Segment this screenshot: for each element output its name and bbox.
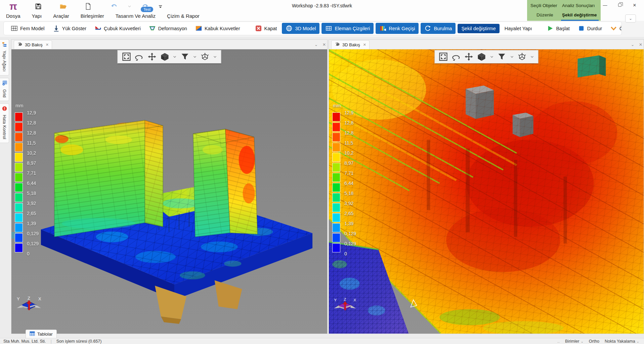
tab-sekil-degistirme[interactable]: Şekil değiştirme xyxy=(562,12,597,17)
pane-close-icon[interactable]: ✕ xyxy=(323,42,326,47)
tab-secili-objeler[interactable]: Seçili Objeler xyxy=(530,3,557,8)
hayalet-yapi-button[interactable]: Hayalet Yapı xyxy=(501,24,536,33)
units-dropdown[interactable]: Birimler⌄ xyxy=(565,339,584,344)
orbit-icon[interactable] xyxy=(135,52,144,61)
toolbar-button-label: Durdur xyxy=(587,26,602,31)
tab-3d-bakis[interactable]: 3D Bakış ✕ xyxy=(331,40,370,49)
legend-label: 6,44 xyxy=(27,181,36,186)
eleman-cizgileri-button[interactable]: Eleman Çizgileri xyxy=(321,23,374,34)
left-3d-scene[interactable] xyxy=(11,49,327,334)
menu-yapi[interactable]: Yapı xyxy=(31,12,43,19)
durdur-button[interactable]: Durdur xyxy=(574,23,606,34)
menu-tasarim-ve-analiz[interactable]: Tasarım Ve Analiz xyxy=(115,12,156,19)
view-cube-icon[interactable] xyxy=(477,52,486,61)
chevron-down-icon[interactable] xyxy=(510,54,514,60)
legend-label: 12,8 xyxy=(27,120,36,126)
close-button[interactable]: ✕ xyxy=(627,0,642,10)
fit-view-icon[interactable] xyxy=(122,52,131,61)
undo-icon[interactable] xyxy=(111,3,118,10)
baslat-button[interactable]: Başlat xyxy=(543,23,573,34)
renk-gecisi-button[interactable]: Renk Geçişi xyxy=(376,23,419,34)
globe-icon xyxy=(286,25,293,32)
3d-model-button[interactable]: 3D Model xyxy=(282,23,319,34)
new-document-icon[interactable] xyxy=(84,3,92,10)
yuk-goster-button[interactable]: Yük Göster xyxy=(49,23,90,34)
structure-tree-icon xyxy=(2,42,7,48)
menu-araclar[interactable]: Araçlar xyxy=(52,12,70,19)
chevron-down-icon[interactable] xyxy=(530,54,534,60)
toolbar-button-label: Ölü Yük xyxy=(619,26,622,31)
minimize-button[interactable]: — xyxy=(598,0,612,10)
pane-dropdown-chevron-icon[interactable]: ⌄ xyxy=(314,42,318,47)
menu-cizim-rapor[interactable]: Çizim & Rapor xyxy=(166,12,200,19)
undo-history-chevron-icon[interactable] xyxy=(126,3,133,10)
chevron-down-icon[interactable] xyxy=(213,54,217,60)
deformasyon-button[interactable]: Deformasyon xyxy=(145,23,191,34)
kapat-button[interactable]: Kapat xyxy=(251,23,281,34)
cubuk-kuvvetleri-button[interactable]: Çubuk Kuvvetleri xyxy=(91,23,144,34)
filter-icon[interactable] xyxy=(180,52,189,61)
tab-analiz-sonuclari[interactable]: Analiz Sonuçları xyxy=(562,3,595,8)
legend-label: 2,65 xyxy=(27,211,36,216)
pan-icon[interactable] xyxy=(464,52,473,61)
legend-label: 10,2 xyxy=(27,150,36,156)
quick-access-toolbar: π xyxy=(0,0,164,13)
viewport-3d-left[interactable]: mm 12,912,812,811,510,28,977,716,445,183… xyxy=(11,49,327,334)
save-icon[interactable] xyxy=(35,3,42,10)
viewport-toolbar xyxy=(434,50,538,63)
legend-swatch xyxy=(332,233,340,242)
element-lines-icon xyxy=(325,25,332,32)
pane-dropdown-chevron-icon[interactable]: ⌄ xyxy=(631,42,634,47)
sidebar-label: Grid xyxy=(2,89,7,98)
menu-dosya[interactable]: Dosya xyxy=(5,12,21,19)
burulma-button[interactable]: Burulma xyxy=(421,23,456,34)
sidebar-item-yapi-agaci[interactable]: Yapı Ağacı xyxy=(0,39,9,76)
filter-icon[interactable] xyxy=(497,52,506,61)
viewport-toolbar xyxy=(118,50,221,63)
ortho-toggle[interactable]: Ortho xyxy=(589,339,599,344)
legend-swatch xyxy=(332,122,340,132)
fem-model-button[interactable]: Fem Model xyxy=(7,23,48,34)
viewport-3d-right[interactable]: mm 12,912,812,811,510,28,977,716,445,183… xyxy=(329,49,644,334)
view-cube-icon[interactable] xyxy=(160,52,169,61)
chevron-down-icon[interactable] xyxy=(490,54,493,60)
restore-button[interactable] xyxy=(612,0,627,10)
menu-birlesimler[interactable]: Birleşimler xyxy=(80,12,105,19)
chevron-down-icon[interactable] xyxy=(173,54,177,60)
pane-close-icon[interactable]: ✕ xyxy=(639,42,642,47)
legend-swatch xyxy=(332,213,340,222)
axonometric-icon[interactable] xyxy=(517,52,526,61)
ribbon-toolbar: Fem ModelYük GösterÇubuk KuvvetleriDefor… xyxy=(3,21,622,35)
orbit-icon[interactable] xyxy=(452,52,461,61)
legend-label: 5,18 xyxy=(27,191,36,196)
sidebar-item-grid[interactable]: Grid xyxy=(0,78,9,101)
open-folder-icon[interactable] xyxy=(59,3,67,10)
legend-swatch xyxy=(332,163,340,172)
snap-dropdown[interactable]: Nokta Yakalama⌄ xyxy=(605,339,639,344)
fem-grid-icon xyxy=(11,25,18,32)
olu-yuk-dropdown[interactable]: Ölü Yük⌄ xyxy=(606,23,622,34)
chevron-down-icon[interactable] xyxy=(193,54,197,60)
axonometric-icon[interactable] xyxy=(201,52,210,61)
toolbar-button-label: Çubuk Kuvvetleri xyxy=(104,26,141,31)
right-3d-scene[interactable] xyxy=(329,49,644,334)
sekil-degistirme-button[interactable]: Şekil değiştirme xyxy=(458,24,499,33)
menu-bar: Dosya Yapı Araçlar Birleşimler Tasarım V… xyxy=(5,12,200,19)
sidebar-item-hata-kontrol[interactable]: Hata Kontrol xyxy=(0,103,9,143)
quick-access-menu-icon[interactable] xyxy=(157,3,164,10)
tab-duzenle[interactable]: Düzenle xyxy=(536,12,553,17)
ribbon-collapse-chevron-icon[interactable]: ⌄ xyxy=(625,14,636,22)
pan-icon[interactable] xyxy=(147,52,157,61)
ribbon: Fem ModelYük GösterÇubuk KuvvetleriDefor… xyxy=(0,21,644,37)
fit-view-icon[interactable] xyxy=(439,52,448,61)
tab-3d-bakis[interactable]: 3D Bakış ✕ xyxy=(14,40,52,49)
tab-close-icon[interactable]: ✕ xyxy=(363,43,366,47)
svg-text:X: X xyxy=(353,298,356,302)
kabuk-kuvvetler-button[interactable]: Kabuk Kuvvetler xyxy=(191,23,244,34)
chevron-down-icon: ⌄ xyxy=(581,340,583,343)
legend-swatch xyxy=(15,193,23,202)
error-badge-icon xyxy=(2,106,7,112)
app-logo-pi-icon[interactable]: π xyxy=(9,1,17,11)
tab-close-icon[interactable]: ✕ xyxy=(46,43,49,47)
tables-button[interactable]: Tablolar xyxy=(26,330,57,338)
